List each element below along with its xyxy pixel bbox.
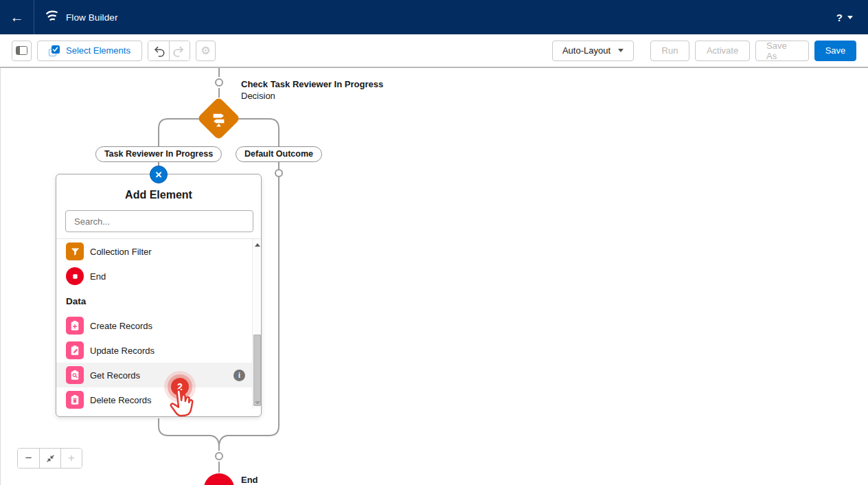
save-as-button[interactable]: Save As bbox=[755, 41, 809, 61]
decision-node-title: Check Task Reviewer In Progress bbox=[241, 79, 383, 89]
element-list: Collection FilterEndDataCreate RecordsUp… bbox=[56, 239, 261, 409]
list-item-label: End bbox=[90, 271, 106, 282]
hand-cursor-icon bbox=[164, 385, 199, 426]
scrollbar[interactable] bbox=[252, 239, 261, 409]
back-arrow-icon: ← bbox=[10, 10, 24, 24]
list-item-update-records[interactable]: Update Records bbox=[56, 338, 253, 363]
list-item-collection-filter[interactable]: Collection Filter bbox=[56, 239, 253, 264]
list-item-delete-records[interactable]: Delete Records bbox=[56, 387, 253, 412]
app-header: ← Flow Builder ? bbox=[0, 0, 868, 34]
add-element-popup: ✕ Add Element Collection FilterEndDataCr… bbox=[56, 174, 262, 417]
header-divider bbox=[34, 0, 34, 34]
undo-button[interactable] bbox=[148, 41, 169, 60]
get-records-icon bbox=[66, 366, 84, 384]
run-button[interactable]: Run bbox=[650, 41, 689, 61]
redo-button[interactable] bbox=[169, 41, 190, 60]
close-icon: ✕ bbox=[155, 170, 163, 180]
list-item-end[interactable]: End bbox=[56, 264, 253, 289]
scroll-up-arrow-icon[interactable] bbox=[255, 243, 260, 247]
activate-button[interactable]: Activate bbox=[695, 41, 750, 61]
scroll-down-arrow-icon[interactable] bbox=[255, 401, 260, 405]
list-item-label: Create Records bbox=[90, 321, 152, 331]
zoom-controls: − + bbox=[17, 448, 82, 469]
branch-label-default-outcome[interactable]: Default Outcome bbox=[236, 146, 322, 162]
save-button[interactable]: Save bbox=[814, 41, 856, 61]
close-popup-button[interactable]: ✕ bbox=[150, 166, 168, 183]
create-records-icon bbox=[66, 317, 84, 335]
end-node-label: End bbox=[241, 475, 258, 485]
list-item-label: Update Records bbox=[90, 346, 155, 356]
flow-settings-button[interactable]: ⚙ bbox=[196, 41, 216, 61]
decision-signpost-icon bbox=[209, 109, 228, 128]
select-elements-label: Select Elements bbox=[66, 45, 130, 56]
zoom-to-fit-icon bbox=[45, 453, 56, 464]
collection-filter-icon bbox=[66, 242, 84, 260]
help-icon: ? bbox=[836, 12, 843, 23]
redo-icon bbox=[173, 45, 185, 57]
app-identity: Flow Builder bbox=[44, 8, 117, 27]
back-button[interactable]: ← bbox=[0, 0, 34, 34]
element-search-input[interactable] bbox=[65, 210, 253, 232]
branch-label-task-reviewer-in-progress[interactable]: Task Reviewer In Progress bbox=[95, 146, 222, 162]
update-records-icon bbox=[66, 341, 84, 359]
flow-canvas[interactable]: Check Task Reviewer In Progress Decision… bbox=[0, 67, 868, 485]
multi-select-checkbox-icon bbox=[49, 45, 60, 56]
flow-builder-icon bbox=[44, 8, 60, 27]
chevron-down-icon bbox=[618, 49, 624, 52]
popup-title: Add Element bbox=[56, 189, 261, 201]
end-icon bbox=[66, 267, 84, 285]
undo-redo-group bbox=[148, 41, 190, 61]
decision-node-type: Decision bbox=[241, 91, 275, 101]
select-elements-button[interactable]: Select Elements bbox=[37, 41, 142, 61]
chevron-down-icon bbox=[847, 16, 853, 19]
list-item-label: Delete Records bbox=[90, 395, 152, 405]
panel-toggle-icon bbox=[16, 46, 27, 55]
page-title: Flow Builder bbox=[66, 12, 117, 23]
scrollbar-thumb[interactable] bbox=[253, 335, 261, 406]
layout-mode-label: Auto-Layout bbox=[562, 45, 610, 56]
section-header-data: Data bbox=[56, 289, 261, 313]
undo-icon bbox=[152, 45, 165, 57]
toolbar: Select Elements ⚙ Auto-Layout bbox=[0, 34, 868, 67]
list-item-label: Collection Filter bbox=[90, 247, 152, 257]
delete-records-icon bbox=[66, 391, 84, 409]
zoom-to-fit-button[interactable] bbox=[39, 449, 60, 468]
zoom-out-button[interactable]: − bbox=[18, 449, 39, 468]
list-item-get-records[interactable]: Get Recordsi bbox=[56, 363, 253, 387]
toggle-toolbox-button[interactable] bbox=[12, 41, 32, 61]
zoom-in-button[interactable]: + bbox=[60, 449, 82, 468]
list-item-create-records[interactable]: Create Records bbox=[56, 313, 253, 338]
help-menu[interactable]: ? bbox=[836, 12, 853, 23]
list-item-label: Get Records bbox=[90, 370, 140, 381]
layout-mode-dropdown[interactable]: Auto-Layout bbox=[552, 41, 634, 61]
gear-icon: ⚙ bbox=[201, 45, 210, 56]
info-icon[interactable]: i bbox=[233, 370, 245, 381]
